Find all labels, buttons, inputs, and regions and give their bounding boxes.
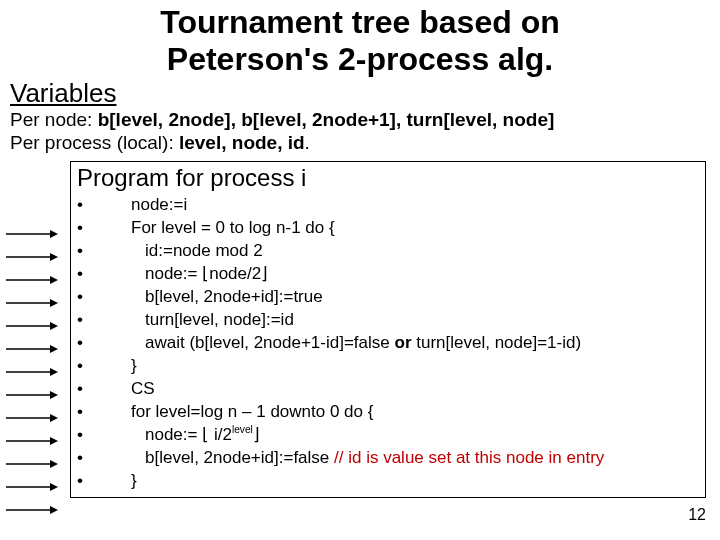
arrow-icon bbox=[6, 498, 60, 521]
code-line: •id:=node mod 2 bbox=[77, 240, 699, 263]
code-line: •b[level, 2node+id]:=false // id is valu… bbox=[77, 447, 699, 470]
arrow-icon bbox=[6, 222, 60, 245]
code-line: •node:= ⌊node/2⌋ bbox=[77, 263, 699, 286]
vars-line1-bold: b[level, 2node], b[level, 2node+1], turn… bbox=[98, 109, 555, 130]
bullet-dot-icon: • bbox=[77, 194, 103, 217]
arrow-icon bbox=[6, 475, 60, 498]
svg-marker-21 bbox=[50, 460, 58, 468]
code-text: id:=node mod 2 bbox=[103, 240, 263, 263]
bullet-dot-icon: • bbox=[77, 263, 103, 286]
vars-line2-prefix: Per process (local): bbox=[10, 132, 179, 153]
arrow-icon bbox=[6, 314, 60, 337]
code-text: CS bbox=[103, 378, 155, 401]
bullet-dot-icon: • bbox=[77, 309, 103, 332]
variables-block: Per node: b[level, 2node], b[level, 2nod… bbox=[10, 108, 710, 156]
page-number: 12 bbox=[688, 506, 706, 524]
arrow-icon bbox=[6, 406, 60, 429]
code-text: } bbox=[103, 470, 137, 493]
vars-line2-bold: level, node, id bbox=[179, 132, 305, 153]
bullet-dot-icon: • bbox=[77, 355, 103, 378]
code-line: •} bbox=[77, 355, 699, 378]
code-line: •node:= ⌊ i/2level⌋ bbox=[77, 423, 699, 447]
svg-marker-15 bbox=[50, 391, 58, 399]
code-text: node:=i bbox=[103, 194, 187, 217]
bullet-dot-icon: • bbox=[77, 217, 103, 240]
bullet-arrows-column bbox=[6, 222, 60, 521]
variables-heading: Variables bbox=[10, 80, 710, 106]
arrow-icon bbox=[6, 452, 60, 475]
code-line: •b[level, 2node+id]:=true bbox=[77, 286, 699, 309]
code-text: await (b[level, 2node+1-id]=false or tur… bbox=[103, 332, 581, 355]
code-line: •turn[level, node]:=id bbox=[77, 309, 699, 332]
svg-marker-17 bbox=[50, 414, 58, 422]
svg-marker-9 bbox=[50, 322, 58, 330]
variables-line-1: Per node: b[level, 2node], b[level, 2nod… bbox=[10, 108, 710, 132]
code-line: •For level = 0 to log n-1 do { bbox=[77, 217, 699, 240]
variables-line-2: Per process (local): level, node, id. bbox=[10, 131, 710, 155]
arrow-icon bbox=[6, 291, 60, 314]
code-line: •CS bbox=[77, 378, 699, 401]
code-text: b[level, 2node+id]:=true bbox=[103, 286, 323, 309]
svg-marker-5 bbox=[50, 276, 58, 284]
code-text: For level = 0 to log n-1 do { bbox=[103, 217, 335, 240]
svg-marker-19 bbox=[50, 437, 58, 445]
code-text: node:= ⌊node/2⌋ bbox=[103, 263, 268, 286]
svg-marker-13 bbox=[50, 368, 58, 376]
slide: Tournament tree based on Peterson's 2-pr… bbox=[0, 0, 720, 540]
slide-title: Tournament tree based on Peterson's 2-pr… bbox=[10, 4, 710, 78]
svg-marker-7 bbox=[50, 299, 58, 307]
arrow-icon bbox=[6, 245, 60, 268]
arrow-icon bbox=[6, 268, 60, 291]
bullet-dot-icon: • bbox=[77, 424, 103, 447]
code-text: turn[level, node]:=id bbox=[103, 309, 294, 332]
svg-marker-23 bbox=[50, 483, 58, 491]
program-heading: Program for process i bbox=[77, 164, 699, 192]
code-line: •await (b[level, 2node+1-id]=false or tu… bbox=[77, 332, 699, 355]
bullet-dot-icon: • bbox=[77, 286, 103, 309]
title-line-1: Tournament tree based on bbox=[160, 4, 559, 40]
vars-line1-prefix: Per node: bbox=[10, 109, 98, 130]
arrow-icon bbox=[6, 383, 60, 406]
program-code-list: •node:=i•For level = 0 to log n-1 do {•i… bbox=[77, 194, 699, 493]
code-text: for level=log n – 1 downto 0 do { bbox=[103, 401, 373, 424]
code-line: •for level=log n – 1 downto 0 do { bbox=[77, 401, 699, 424]
code-text: node:= ⌊ i/2level⌋ bbox=[103, 423, 260, 447]
title-line-2: Peterson's 2-process alg. bbox=[167, 41, 553, 77]
program-box: Program for process i •node:=i•For level… bbox=[70, 161, 706, 498]
code-text: } bbox=[103, 355, 137, 378]
bullet-dot-icon: • bbox=[77, 470, 103, 493]
arrow-icon bbox=[6, 337, 60, 360]
svg-marker-25 bbox=[50, 506, 58, 514]
svg-marker-11 bbox=[50, 345, 58, 353]
svg-marker-3 bbox=[50, 253, 58, 261]
arrow-icon bbox=[6, 360, 60, 383]
code-line: •node:=i bbox=[77, 194, 699, 217]
svg-marker-1 bbox=[50, 230, 58, 238]
bullet-dot-icon: • bbox=[77, 240, 103, 263]
arrow-icon bbox=[6, 429, 60, 452]
bullet-dot-icon: • bbox=[77, 401, 103, 424]
bullet-dot-icon: • bbox=[77, 332, 103, 355]
bullet-dot-icon: • bbox=[77, 447, 103, 470]
code-line: •} bbox=[77, 470, 699, 493]
code-text: b[level, 2node+id]:=false // id is value… bbox=[103, 447, 604, 470]
bullet-dot-icon: • bbox=[77, 378, 103, 401]
